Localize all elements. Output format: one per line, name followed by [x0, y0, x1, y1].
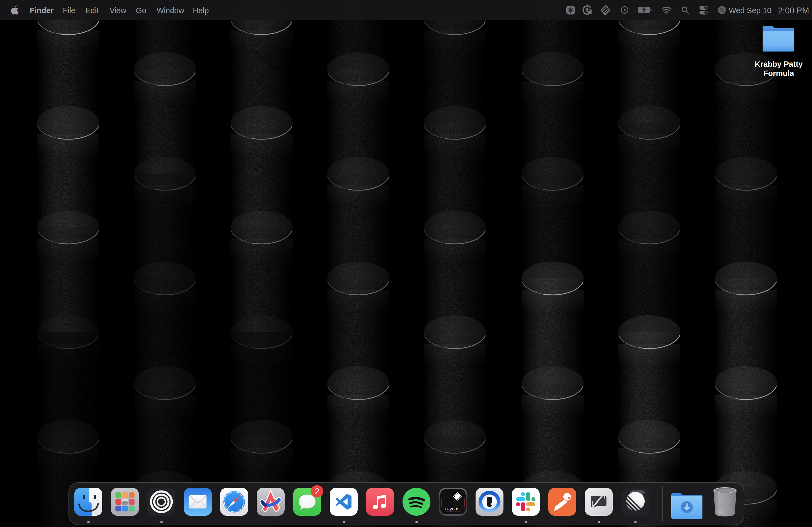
svg-text:raycast: raycast [445, 506, 461, 511]
svg-text:2: 2 [315, 487, 319, 496]
